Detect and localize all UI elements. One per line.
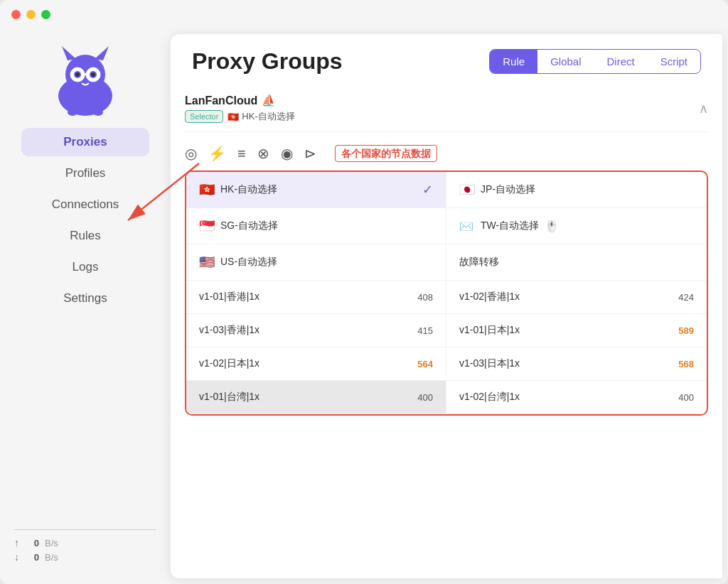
svg-point-12 — [75, 72, 80, 77]
download-speed-row: ↓ 0 B/s — [14, 551, 156, 563]
app-window: Proxies Profiles Connections Rules Logs … — [0, 0, 728, 584]
proxy-latency-v1-01-hk: 408 — [417, 292, 433, 303]
mode-script-button[interactable]: Script — [648, 50, 700, 73]
group-current: 🇭🇰 HK-自动选择 — [228, 110, 294, 123]
app-logo — [46, 39, 124, 117]
sidebar-item-rules[interactable]: Rules — [21, 222, 149, 250]
proxy-item-us-auto[interactable]: 🇺🇸 US-自动选择 — [186, 244, 446, 281]
right-panel: Proxy Groups Rule Global Direct Script L… — [171, 34, 722, 578]
proxy-grid: 🇭🇰 HK-自动选择 ✓ 点击查看节点 🇯🇵 — [186, 172, 707, 414]
nav-items: Proxies Profiles Connections Rules Logs … — [0, 128, 171, 313]
proxy-latency-v1-02-hk: 424 — [678, 292, 694, 303]
proxy-item-jp-auto[interactable]: 🇯🇵 JP-自动选择 — [446, 172, 707, 208]
selected-check-icon: ✓ — [422, 182, 433, 198]
proxy-item-v1-03-jp[interactable]: v1-03|日本|1x 568 — [446, 347, 707, 381]
proxy-grid-wrapper: 🇭🇰 HK-自动选择 ✓ 点击查看节点 🇯🇵 — [185, 171, 708, 416]
svg-rect-15 — [93, 109, 103, 116]
sort-icon[interactable]: ≡ — [237, 146, 246, 162]
proxy-item-failover[interactable]: 故障转移 — [446, 244, 707, 281]
download-speed-unit: B/s — [45, 552, 58, 563]
selector-badge: Selector — [185, 110, 223, 123]
sidebar-item-settings[interactable]: Settings — [21, 284, 149, 313]
mode-global-button[interactable]: Global — [537, 50, 594, 73]
minimize-button[interactable] — [26, 10, 36, 19]
svg-marker-2 — [62, 46, 76, 60]
upload-speed-unit: B/s — [45, 538, 58, 548]
svg-rect-9 — [83, 74, 87, 75]
main-content: Proxies Profiles Connections Rules Logs … — [0, 28, 728, 584]
proxy-item-v1-01-tw[interactable]: v1-01|台湾|1x 400 — [186, 381, 446, 414]
proxy-latency-v1-03-jp: 568 — [678, 359, 694, 369]
target-filter-icon[interactable]: ◎ — [185, 145, 197, 162]
download-arrow-icon: ↓ — [14, 551, 19, 563]
upload-speed-row: ↑ 0 B/s — [14, 537, 156, 548]
divider — [14, 529, 156, 530]
sidebar-item-logs[interactable]: Logs — [21, 253, 149, 281]
proxy-latency-v1-02-jp: 564 — [417, 359, 433, 369]
proxy-latency-v1-03-hk: 415 — [417, 325, 433, 336]
speed-test-icon[interactable]: ⚡ — [208, 145, 226, 162]
proxy-item-v1-02-hk[interactable]: v1-02|香港|1x 424 — [446, 281, 707, 314]
collapse-button[interactable]: ∧ — [699, 101, 708, 117]
svg-marker-3 — [95, 46, 109, 60]
proxy-item-sg-auto[interactable]: 🇸🇬 SG-自动选择 — [186, 208, 446, 244]
group-header: LanFanCloud ⛵ Selector 🇭🇰 HK-自动选择 ∧ — [185, 85, 708, 132]
proxy-latency-v1-01-tw: 400 — [417, 392, 433, 403]
group-info: LanFanCloud ⛵ Selector 🇭🇰 HK-自动选择 — [185, 94, 295, 123]
upload-speed-value: 0 — [25, 538, 39, 548]
group-sub: Selector 🇭🇰 HK-自动选择 — [185, 110, 295, 123]
group-name: LanFanCloud ⛵ — [185, 94, 295, 107]
annotation-container: 各个国家的节点数据 — [335, 147, 437, 161]
mode-rule-button[interactable]: Rule — [490, 50, 537, 73]
maximize-button[interactable] — [41, 10, 50, 19]
page-title: Proxy Groups — [192, 48, 343, 75]
speed-info: ↑ 0 B/s ↓ 0 B/s — [14, 537, 156, 563]
funnel-icon[interactable]: ⊳ — [304, 145, 316, 162]
mode-direct-button[interactable]: Direct — [594, 50, 647, 73]
titlebar — [0, 0, 728, 28]
svg-point-13 — [91, 72, 95, 77]
annotation-label: 各个国家的节点数据 — [335, 145, 437, 162]
proxy-item-v1-01-hk[interactable]: v1-01|香港|1x 408 — [186, 281, 446, 314]
download-speed-value: 0 — [25, 552, 39, 563]
panel-header: Proxy Groups Rule Global Direct Script — [171, 34, 722, 85]
logo-container — [43, 36, 128, 121]
proxy-latency-v1-02-tw: 400 — [678, 392, 694, 403]
proxy-latency-v1-01-jp: 589 — [678, 325, 694, 336]
proxy-item-v1-02-tw[interactable]: v1-02|台湾|1x 400 — [446, 381, 707, 414]
mode-buttons: Rule Global Direct Script — [489, 49, 701, 74]
proxy-item-hk-auto[interactable]: 🇭🇰 HK-自动选择 ✓ 点击查看节点 — [186, 172, 446, 208]
upload-arrow-icon: ↑ — [14, 537, 19, 548]
sidebar-item-profiles[interactable]: Profiles — [21, 159, 149, 188]
hide-icon[interactable]: ◉ — [281, 145, 293, 162]
proxy-item-v1-01-jp[interactable]: v1-01|日本|1x 589 — [446, 314, 707, 347]
sidebar-item-connections[interactable]: Connections — [21, 190, 149, 219]
close-button[interactable] — [11, 10, 21, 19]
sidebar: Proxies Profiles Connections Rules Logs … — [0, 28, 171, 584]
proxy-item-v1-03-hk[interactable]: v1-03|香港|1x 415 — [186, 314, 446, 347]
svg-rect-14 — [68, 109, 77, 116]
proxy-item-tw-auto[interactable]: ✉️ TW-自动选择 🖱️ — [446, 208, 707, 244]
group-section: LanFanCloud ⛵ Selector 🇭🇰 HK-自动选择 ∧ — [171, 85, 722, 578]
filter-bar: ◎ ⚡ ≡ ⊗ ◉ ⊳ 各个国家的节点数据 — [185, 139, 708, 171]
hide-unavailable-icon[interactable]: ⊗ — [257, 145, 269, 162]
proxy-item-v1-02-jp[interactable]: v1-02|日本|1x 564 — [186, 347, 446, 381]
sidebar-item-proxies[interactable]: Proxies — [21, 128, 149, 156]
sidebar-bottom: ↑ 0 B/s ↓ 0 B/s — [0, 522, 171, 577]
